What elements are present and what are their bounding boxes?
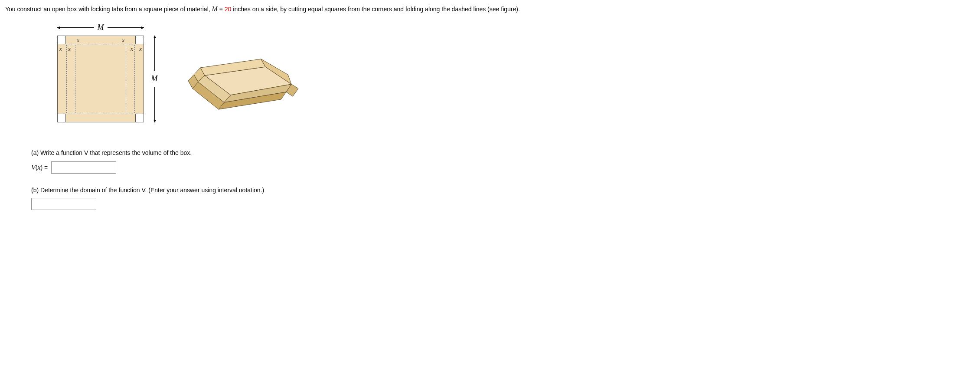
x-label-left-2: x (68, 46, 71, 53)
cut-corner-br (135, 114, 144, 122)
fold-v-r1 (134, 45, 135, 113)
intro-text-2: inches on a side, by cutting equal squar… (231, 6, 519, 13)
x-var: x (37, 164, 40, 171)
problem-statement: You construct an open box with locking t… (5, 3, 975, 15)
x-label-top-right: x (122, 37, 124, 44)
part-a-answer-row: V(x) = (31, 161, 975, 174)
x-label-top-left: x (77, 37, 79, 44)
x-label-right-1: x (139, 46, 142, 53)
x-label-left-1: x (59, 46, 62, 53)
intro-text-1: You construct an open box with locking t… (5, 6, 212, 13)
m-variable: M (212, 5, 218, 13)
part-a-text: (a) Write a function V that represents t… (31, 149, 192, 156)
part-b-answer-row (31, 198, 975, 210)
fold-v-l1 (66, 45, 67, 113)
fold-v-r2 (126, 45, 126, 113)
part-b-text: (b) Determine the domain of the function… (31, 187, 264, 194)
flat-diagram: M M x x x x x x (49, 23, 161, 136)
dim-line-left (57, 27, 94, 28)
dim-line-right (108, 27, 144, 28)
dim-right: M (150, 36, 159, 122)
flat-square: x x x x x x (57, 36, 144, 122)
dim-vline-top (154, 36, 155, 71)
dim-label-m-right: M (151, 71, 158, 87)
fold-h-b1 (66, 113, 135, 113)
cut-corner-bl (57, 114, 66, 122)
part-a-prompt: (a) Write a function V that represents t… (31, 149, 975, 156)
box-3d-diagram (179, 41, 309, 116)
part-a-input[interactable] (51, 161, 116, 174)
equals-sign: = (218, 6, 225, 13)
part-b-prompt: (b) Determine the domain of the function… (31, 187, 975, 194)
dim-label-m-top: M (94, 23, 108, 32)
x-label-right-2: x (131, 46, 133, 53)
dim-vline-bottom (154, 87, 155, 122)
dim-top: M (57, 23, 144, 32)
figure-row: M M x x x x x x (49, 23, 975, 136)
part-b-input[interactable] (31, 198, 96, 210)
fold-h-t1 (66, 45, 135, 45)
cut-corner-tl (57, 36, 66, 44)
cut-corner-tr (135, 36, 144, 44)
vx-lhs: V(x) = (31, 164, 48, 171)
fold-v-l2 (75, 45, 75, 113)
v-var: V (31, 164, 36, 171)
m-value: 20 (225, 6, 232, 13)
